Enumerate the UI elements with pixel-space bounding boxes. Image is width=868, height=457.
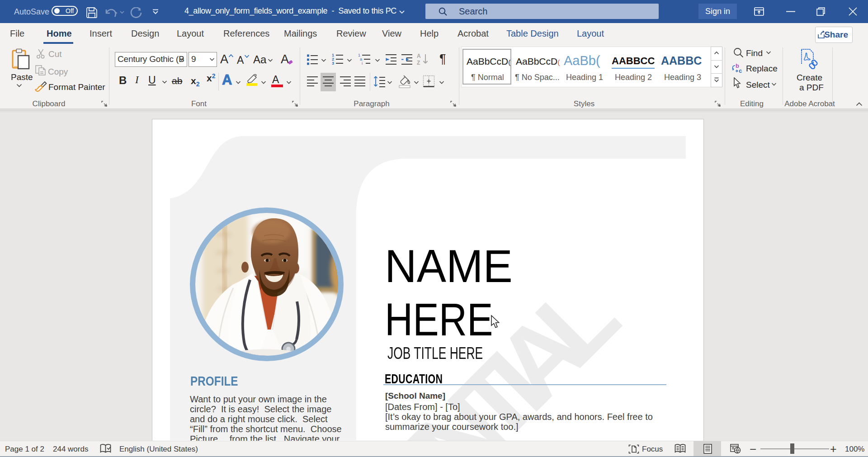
svg-text:Z: Z <box>417 60 420 66</box>
svg-text:3: 3 <box>332 61 334 66</box>
svg-text:A: A <box>417 53 421 59</box>
svg-text:c: c <box>739 67 742 74</box>
svg-text:i: i <box>362 61 363 66</box>
